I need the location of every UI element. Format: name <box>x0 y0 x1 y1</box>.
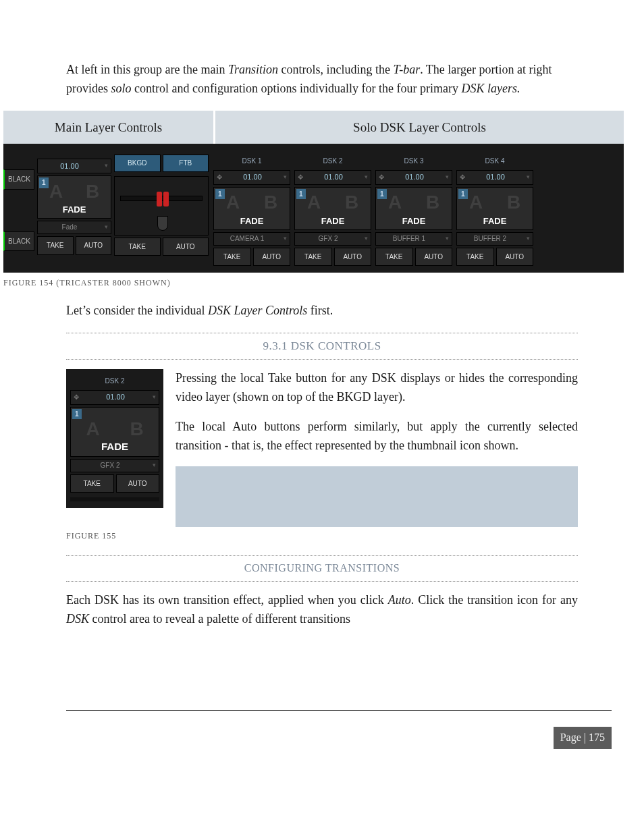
dsk-source-select[interactable]: GFX 2▾ <box>294 232 371 246</box>
dsk-source: GFX 2 <box>295 233 361 244</box>
side-source-select[interactable]: GFX 2▾ <box>70 459 159 472</box>
move-icon[interactable]: ✥ <box>295 172 306 183</box>
fade-label: FADE <box>295 215 371 228</box>
tricaster-ui: BLACK BLACK 01.00 ▾ 1 AB FADE Fade ▾ TAK… <box>3 144 624 273</box>
intro-paragraph: At left in this group are the main Trans… <box>66 61 578 99</box>
transition-word: Transition <box>228 63 278 76</box>
dsk-take-button[interactable]: TAKE <box>213 248 251 267</box>
main-effect-value: Fade <box>38 222 101 233</box>
dsk-source: CAMERA 1 <box>214 233 280 244</box>
bottom-paragraph: Each DSK has its own transition effect, … <box>66 591 578 629</box>
dsk-source-select[interactable]: BUFFER 2▾ <box>456 232 533 246</box>
side-title: DSK 2 <box>70 375 159 388</box>
chevron-down-icon[interactable]: ▾ <box>442 173 452 182</box>
chevron-down-icon[interactable]: ▾ <box>149 461 159 470</box>
side-take-button[interactable]: TAKE <box>70 474 114 493</box>
t: controls, including the <box>278 63 393 76</box>
chevron-down-icon[interactable]: ▾ <box>361 234 371 244</box>
dsk-time-field[interactable]: ✥01.00▾ <box>294 170 371 185</box>
t: control and configuration options indivi… <box>132 82 462 95</box>
main-time-field[interactable]: 01.00 ▾ <box>37 159 111 173</box>
main-transition-thumbnail[interactable]: 1 AB FADE <box>37 175 111 219</box>
main-effect-select[interactable]: Fade ▾ <box>37 221 111 234</box>
move-icon[interactable]: ✥ <box>71 392 82 403</box>
dsk-auto-button[interactable]: AUTO <box>253 248 291 267</box>
dsk-time: 01.00 <box>468 171 523 183</box>
dsk-thumbnail[interactable]: 1ABFADE <box>213 187 290 230</box>
dsk-take-button[interactable]: TAKE <box>375 248 413 267</box>
side-time-field[interactable]: ✥01.00▾ <box>70 390 159 405</box>
dsk-source-select[interactable]: BUFFER 1▾ <box>375 232 452 246</box>
chevron-down-icon[interactable]: ▾ <box>280 234 290 244</box>
dsk-time-field[interactable]: ✥01.00▾ <box>456 170 533 185</box>
dsk-4: DSK 4 ✥01.00▾ 1ABFADE BUFFER 2▾ TAKEAUTO <box>456 155 533 266</box>
dsk-3: DSK 3 ✥01.00▾ 1ABFADE BUFFER 1▾ TAKEAUTO <box>375 155 452 266</box>
tbar-take-button[interactable]: TAKE <box>114 238 161 256</box>
t: Let’s consider the individual <box>66 304 208 317</box>
dsk-time-field[interactable]: ✥01.00▾ <box>375 170 452 185</box>
move-icon[interactable]: ✥ <box>376 172 387 183</box>
solo-dsk-label: Solo DSK Layer Controls <box>215 111 624 144</box>
dsk-title: DSK 2 <box>294 155 371 168</box>
dsk-time: 01.00 <box>306 171 361 183</box>
t: button for any <box>292 371 372 385</box>
t: Pressing the local <box>176 371 268 385</box>
fade-label: FADE <box>214 215 290 228</box>
t: Each DSK has its own transition effect, … <box>66 593 388 607</box>
dsk-time: 01.00 <box>387 171 442 183</box>
dsk-layer-controls-it: DSK Layer Controls <box>208 304 307 317</box>
main-layer-controls: BLACK BLACK 01.00 ▾ 1 AB FADE Fade ▾ TAK… <box>3 155 209 266</box>
main-layer-label: Main Layer Controls <box>3 111 213 144</box>
bkgd-it: BKGD <box>336 390 371 404</box>
t: layer). <box>371 390 405 404</box>
side-progress <box>70 497 159 501</box>
dsk-source: BUFFER 2 <box>457 233 523 244</box>
chevron-down-icon[interactable]: ▾ <box>361 173 371 182</box>
ui-labels-row: Main Layer Controls Solo DSK Layer Contr… <box>0 111 644 144</box>
chevron-down-icon[interactable]: ▾ <box>523 234 533 244</box>
chevron-down-icon[interactable]: ▾ <box>101 161 111 171</box>
ftb-button[interactable]: FTB <box>163 155 209 172</box>
chevron-down-icon[interactable]: ▾ <box>101 223 111 232</box>
figure-155-caption: FIGURE 155 <box>0 530 644 543</box>
chevron-down-icon[interactable]: ▾ <box>442 234 452 244</box>
dsk-thumbnail[interactable]: 1ABFADE <box>294 187 371 230</box>
chevron-down-icon[interactable]: ▾ <box>149 393 159 402</box>
tbar-word: T-bar <box>393 63 420 76</box>
dsk-auto-button[interactable]: AUTO <box>415 248 453 267</box>
dsk-thumbnail[interactable]: 1ABFADE <box>375 187 452 230</box>
dsk-take-button[interactable]: TAKE <box>456 248 494 267</box>
black-button-2[interactable]: BLACK <box>3 231 34 252</box>
t: The local <box>176 420 232 433</box>
chevron-down-icon[interactable]: ▾ <box>280 173 290 182</box>
black-button-1[interactable]: BLACK <box>3 169 34 190</box>
dsk-auto-button[interactable]: AUTO <box>334 248 372 267</box>
side-auto-button[interactable]: AUTO <box>116 474 160 493</box>
dsk-time-field[interactable]: ✥01.00▾ <box>213 170 290 185</box>
fade-label: FADE <box>457 215 533 228</box>
main-auto-button[interactable]: AUTO <box>76 236 112 255</box>
move-icon[interactable]: ✥ <box>214 172 225 183</box>
dsk-title: DSK 1 <box>213 155 290 168</box>
t-bar-handle[interactable] <box>157 216 168 231</box>
t-bar[interactable] <box>114 176 209 236</box>
chevron-down-icon[interactable]: ▾ <box>523 173 533 182</box>
bkgd-button[interactable]: BKGD <box>114 155 161 172</box>
tbar-auto-button[interactable]: AUTO <box>163 238 209 256</box>
dsk-source-select[interactable]: CAMERA 1▾ <box>213 232 290 246</box>
dsk-auto-button[interactable]: AUTO <box>496 248 534 267</box>
fade-label: FADE <box>71 439 159 454</box>
solo-dsk-controls: DSK 1 ✥01.00▾ 1ABFADE CAMERA 1▾ TAKEAUTO… <box>213 155 620 266</box>
t: . Click the transition icon for any <box>411 593 578 607</box>
side-thumbnail[interactable]: 1ABFADE <box>70 407 159 457</box>
fade-label: FADE <box>376 215 452 228</box>
footer-rule <box>66 710 612 711</box>
main-take-button[interactable]: TAKE <box>37 236 74 255</box>
section-931-title: 9.3.1 DSK CONTROLS <box>66 333 578 360</box>
dsk-take-button[interactable]: TAKE <box>294 248 332 267</box>
dsk-thumbnail[interactable]: 1ABFADE <box>456 187 533 230</box>
dsk-word: DSK layers. <box>461 82 520 95</box>
right-p1: Pressing the local Take button for any D… <box>176 369 578 407</box>
move-icon[interactable]: ✥ <box>457 172 468 183</box>
solo-word: solo <box>111 82 132 95</box>
